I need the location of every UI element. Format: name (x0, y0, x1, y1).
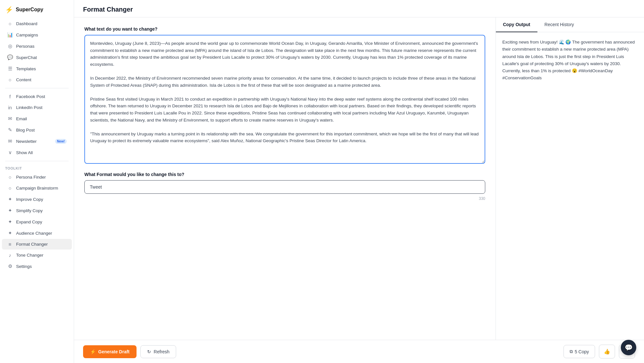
sidebar-item-linkedin-post[interactable]: in LinkedIn Post (2, 102, 72, 113)
icon-content: ○ (7, 77, 13, 83)
sidebar-item-audience-changer[interactable]: ✦ Audience Changer (2, 228, 72, 239)
thumbs-up-button[interactable]: 👍 (599, 345, 615, 358)
refresh-label: Refresh (154, 349, 169, 354)
app-logo: ⚡ SuperCopy (0, 0, 74, 18)
sidebar-item-persona-finder[interactable]: ○ Persona Finder (2, 172, 72, 182)
icon-expand-copy: ✦ (7, 219, 13, 225)
label-settings: Settings (16, 264, 67, 269)
nav-section: ○ Dashboard 📊 Campaigns ◎ Personas 💬 Sup… (0, 18, 74, 85)
sidebar-item-content[interactable]: ○ Content (2, 74, 72, 85)
icon-format-changer: ≡ (7, 241, 13, 247)
char-count: 330 (84, 196, 485, 201)
label-newsletter: Newsletter (16, 139, 52, 144)
label-expand-copy: Expand Copy (16, 220, 67, 224)
format-input[interactable] (84, 180, 485, 194)
label-simplify-copy: Simplify Copy (16, 208, 67, 213)
generate-button[interactable]: ⚡ Generate Draft (83, 345, 137, 358)
icon-show-all: ∨ (7, 150, 13, 155)
icon-newsletter: ✉ (7, 138, 13, 144)
tab-recent-history[interactable]: Recent History (537, 17, 581, 32)
chat-bubble[interactable]: 💬 (621, 340, 636, 355)
chat-icon: 💬 (625, 344, 633, 351)
icon-templates: ☰ (7, 66, 13, 72)
sidebar-item-templates[interactable]: ☰ Templates (2, 63, 72, 74)
sidebar-item-expand-copy[interactable]: ✦ Expand Copy (2, 216, 72, 227)
output-content: Exciting news from Uruguay! 🌊 🌍 The gove… (496, 32, 644, 340)
label-tone-changer: Tone Changer (16, 253, 67, 258)
label-format-changer: Format Changer (16, 242, 67, 247)
label-facebook-post: Facebook Post (16, 94, 67, 99)
sidebar-item-facebook-post[interactable]: f Facebook Post (2, 91, 72, 102)
sidebar-item-simplify-copy[interactable]: ✦ Simplify Copy (2, 205, 72, 216)
logo-icon: ⚡ (5, 6, 13, 14)
sidebar-item-settings[interactable]: ⚙ Settings (2, 261, 72, 272)
sidebar-item-email[interactable]: ✉ Email (2, 113, 72, 124)
page-title: Format Changer (83, 6, 635, 13)
label-superchat: SuperChat (16, 55, 67, 60)
badge-newsletter: New! (55, 139, 67, 144)
sidebar-item-newsletter[interactable]: ✉ Newsletter New! (2, 136, 72, 147)
label-campaigns: Campaigns (16, 33, 67, 37)
text-field-label: What text do you want to change? (84, 26, 485, 32)
refresh-icon: ↻ (147, 349, 151, 354)
sidebar-item-personas[interactable]: ◎ Personas (2, 41, 72, 52)
sidebar-item-superchat[interactable]: 💬 SuperChat (2, 52, 72, 63)
icon-audience-changer: ✦ (7, 230, 13, 236)
thumbs-up-icon: 👍 (604, 349, 610, 354)
sidebar-item-campaigns[interactable]: 📊 Campaigns (2, 29, 72, 40)
icon-blog-post: ✎ (7, 127, 13, 133)
sidebar-item-dashboard[interactable]: ○ Dashboard (2, 18, 72, 29)
label-blog-post: Blog Post (16, 128, 67, 132)
icon-settings: ⚙ (7, 263, 13, 269)
sidebar-item-campaign-brainstorm[interactable]: ○ Campaign Brainstorm (2, 183, 72, 193)
format-field-label: What Format would you like to change thi… (84, 172, 485, 177)
sidebar-item-format-changer[interactable]: ≡ Format Changer (2, 239, 72, 250)
icon-campaign-brainstorm: ○ (7, 185, 13, 191)
toolkit-label: Toolkit (0, 164, 74, 172)
divider-2 (5, 161, 69, 161)
sidebar-item-tone-changer[interactable]: ♪ Tone Changer (2, 250, 72, 260)
tab-copy-output[interactable]: Copy Output (496, 17, 537, 32)
copy-icon: ⧉ (570, 349, 573, 354)
bottom-bar: ⚡ Generate Draft ↻ Refresh ⧉ 5 Copy 👍 👎 (74, 340, 644, 363)
text-input[interactable] (84, 35, 485, 164)
label-show-all: Show All (16, 150, 67, 155)
icon-superchat: 💬 (7, 54, 13, 60)
icon-improve-copy: ✦ (7, 196, 13, 202)
icon-email: ✉ (7, 116, 13, 122)
content-section: f Facebook Post in LinkedIn Post ✉ Email… (0, 91, 74, 158)
output-tabs: Copy OutputRecent History (496, 17, 644, 32)
icon-facebook-post: f (7, 94, 13, 99)
label-linkedin-post: LinkedIn Post (16, 105, 67, 110)
form-panel: What text do you want to change? What Fo… (74, 17, 496, 340)
copy-button[interactable]: ⧉ 5 Copy (564, 345, 595, 358)
icon-campaigns: 📊 (7, 32, 13, 38)
refresh-button[interactable]: ↻ Refresh (140, 345, 176, 358)
sidebar-item-blog-post[interactable]: ✎ Blog Post (2, 124, 72, 135)
content-area: What text do you want to change? What Fo… (74, 17, 644, 340)
copy-label: 5 Copy (575, 349, 589, 354)
sidebar: ⚡ SuperCopy ○ Dashboard 📊 Campaigns ◎ Pe… (0, 0, 74, 363)
label-personas: Personas (16, 44, 67, 49)
output-panel: Copy OutputRecent History Exciting news … (496, 17, 644, 340)
generate-label: Generate Draft (98, 349, 129, 354)
app-name: SuperCopy (16, 7, 43, 13)
icon-tone-changer: ♪ (7, 252, 13, 258)
icon-linkedin-post: in (7, 105, 13, 110)
icon-personas: ◎ (7, 43, 13, 49)
label-campaign-brainstorm: Campaign Brainstorm (16, 186, 67, 191)
icon-simplify-copy: ✦ (7, 208, 13, 213)
main-content: Format Changer What text do you want to … (74, 0, 644, 363)
label-persona-finder: Persona Finder (16, 175, 67, 180)
generate-icon: ⚡ (90, 349, 96, 354)
label-templates: Templates (16, 66, 67, 71)
label-audience-changer: Audience Changer (16, 231, 67, 236)
divider-1 (5, 88, 69, 88)
label-content: Content (16, 77, 67, 82)
sidebar-item-improve-copy[interactable]: ✦ Improve Copy (2, 194, 72, 205)
top-bar: Format Changer (74, 0, 644, 17)
toolkit-section: ○ Persona Finder ○ Campaign Brainstorm ✦… (0, 172, 74, 272)
label-email: Email (16, 116, 67, 121)
label-dashboard: Dashboard (16, 21, 67, 26)
sidebar-item-show-all[interactable]: ∨ Show All (2, 147, 72, 158)
